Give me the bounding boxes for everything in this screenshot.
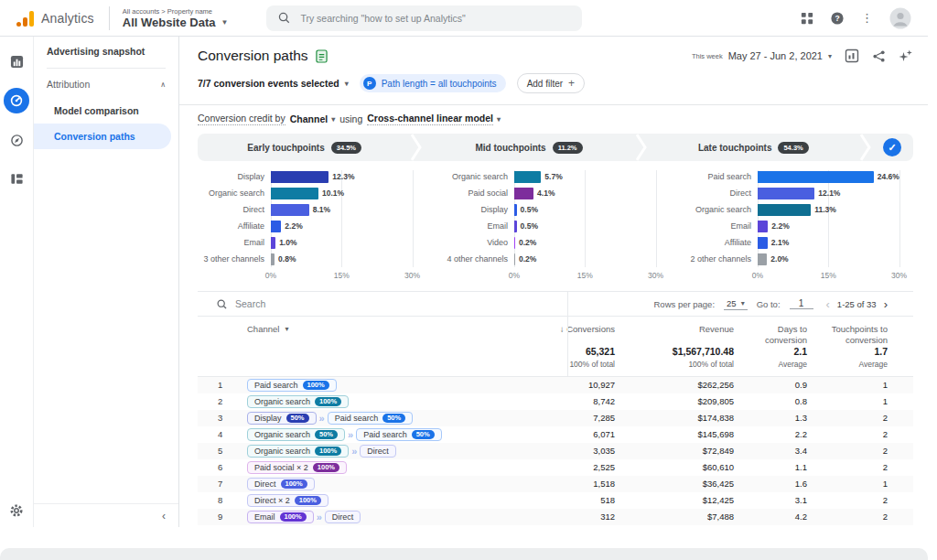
chart-bar xyxy=(758,204,811,216)
avatar[interactable] xyxy=(889,7,911,29)
chart-bar xyxy=(758,237,768,249)
cell-revenue: $12,425 xyxy=(615,495,734,505)
band-chevron-icon xyxy=(636,134,647,161)
chart-bar xyxy=(271,171,328,183)
chevron-down-icon: ▾ xyxy=(285,325,288,333)
cell-conversions: 6,071 xyxy=(523,429,615,439)
column-header-revenue[interactable]: Revenue xyxy=(615,324,734,335)
chevron-down-icon: ▼ xyxy=(221,18,228,27)
row-index: 1 xyxy=(216,380,247,390)
admin-gear-icon[interactable] xyxy=(9,503,24,518)
using-label: using xyxy=(339,113,362,124)
account-selector[interactable]: All accounts > Property name All Website… xyxy=(123,7,229,29)
more-options-icon[interactable]: ⋮ xyxy=(861,11,873,25)
cell-days: 0.9 xyxy=(734,380,807,390)
bar-row: 5.7% xyxy=(514,168,670,185)
global-search[interactable] xyxy=(266,5,582,31)
late-touchpoints-segment[interactable]: Late touchpoints 54.3% xyxy=(647,134,860,161)
bar-row: 2.1% xyxy=(758,234,913,251)
bar-row: 8.1% xyxy=(271,201,426,218)
x-axis-tick: 15% xyxy=(577,271,593,280)
global-search-input[interactable] xyxy=(300,13,571,24)
rows-per-page-select[interactable]: 25▾ xyxy=(724,297,748,310)
credit-percent-badge: 50% xyxy=(382,414,405,423)
nav-explore-icon[interactable] xyxy=(5,128,28,152)
conversion-events-selector[interactable]: 7/7 conversion events selected ▾ xyxy=(198,78,349,89)
table-search[interactable] xyxy=(216,298,545,310)
all-touchpoints-check-icon[interactable]: ✓ xyxy=(883,138,901,156)
dimension-dropdown[interactable]: Channel▾ xyxy=(290,113,335,124)
category-label: Organic search xyxy=(441,168,514,185)
sidebar-item-advertising-snapshot[interactable]: Advertising snapshot xyxy=(34,37,178,66)
channel-chip: Organic search100% xyxy=(247,445,349,458)
sidebar-item-model-comparison[interactable]: Model comparison xyxy=(34,98,178,124)
path-arrow-icon: » xyxy=(319,413,325,424)
channel-chip: Email100% xyxy=(247,511,314,523)
chart-category-labels: DisplayOrganic searchDirectAffiliateEmai… xyxy=(198,168,271,282)
insights-icon[interactable] xyxy=(899,48,913,63)
category-label: Email xyxy=(684,218,758,234)
nav-library-icon[interactable] xyxy=(5,167,28,190)
row-index: 4 xyxy=(216,429,247,439)
date-range-selector[interactable]: This week May 27 - Jun 2, 2021 ▾ xyxy=(692,50,832,61)
early-touchpoints-segment[interactable]: Early touchpoints 34.5% xyxy=(198,134,411,161)
column-header-channel[interactable]: Channel▾ xyxy=(247,324,523,334)
category-label: Display xyxy=(441,201,514,218)
sidebar-collapse-button[interactable]: ‹ xyxy=(34,503,178,527)
mid-share-badge: 11.2% xyxy=(553,142,583,154)
nav-advertising-icon[interactable] xyxy=(4,88,29,113)
conversion-paths-table: Rows per page: 25▾ Go to: ‹ 1-25 of 33 › xyxy=(198,291,913,525)
pagination-range: 1-25 of 33 xyxy=(837,299,877,309)
bar-value-label: 12.1% xyxy=(818,188,840,198)
x-axis-tick: 0% xyxy=(265,271,276,280)
chart-bar xyxy=(514,204,517,216)
date-preset-label: This week xyxy=(692,52,723,60)
chart-plot-area: 12.3%10.1%8.1%2.2%1.0%0.8%0%15%30% xyxy=(271,168,426,282)
cell-revenue: $145,698 xyxy=(615,429,734,439)
chevron-down-icon: ▾ xyxy=(345,80,349,88)
goto-page-input[interactable] xyxy=(790,298,813,309)
help-icon[interactable]: ? xyxy=(830,11,845,26)
column-header-days[interactable]: Days to conversion xyxy=(734,324,807,346)
previous-page-icon[interactable]: ‹ xyxy=(826,297,830,311)
nav-reports-icon[interactable] xyxy=(5,49,28,73)
account-breadcrumb: All accounts > Property name xyxy=(123,7,229,16)
share-icon[interactable] xyxy=(872,49,886,63)
chart-bar xyxy=(514,188,533,199)
column-header-touchpoints[interactable]: Touchpoints to conversion xyxy=(807,324,888,346)
google-analytics-logo-icon[interactable] xyxy=(16,10,34,27)
attribution-model-dropdown[interactable]: Cross-channel linear model▾ xyxy=(367,113,501,125)
window-bottom-strip xyxy=(0,548,928,560)
cell-conversions: 7,285 xyxy=(523,413,615,423)
chart-bar xyxy=(271,253,275,265)
column-header-conversions[interactable]: ↓ Conversions xyxy=(523,324,615,335)
channel-chip: Direct100% xyxy=(247,478,315,490)
chart-bar xyxy=(758,221,768,232)
chart-bar xyxy=(514,237,515,249)
conversion-paths-card: Conversion credit by Channel▾ using Cros… xyxy=(179,104,928,525)
report-doc-icon[interactable] xyxy=(316,49,328,63)
table-row: 6Paid social × 2100%2,525$60,6101.12 xyxy=(198,459,913,476)
bar-value-label: 0.2% xyxy=(519,238,536,247)
main-content: Conversion paths This week May 27 - Jun … xyxy=(179,37,928,527)
sidebar-section-attribution[interactable]: Attribution ∧ xyxy=(34,70,178,98)
add-filter-button[interactable]: Add filter + xyxy=(517,73,585,93)
report-card-icon[interactable] xyxy=(845,48,859,63)
summary-conversions: 65,321100% of total xyxy=(523,346,615,369)
brand-name: Analytics xyxy=(41,11,94,26)
chart-x-axis: 0%15%30% xyxy=(758,269,913,282)
sidebar-item-conversion-paths[interactable]: Conversion paths xyxy=(34,124,171,149)
next-page-icon[interactable]: › xyxy=(884,297,888,311)
collapse-chevron-icon: ‹ xyxy=(162,510,166,522)
category-label: Direct xyxy=(684,185,758,201)
table-search-input[interactable] xyxy=(235,298,418,309)
google-apps-icon[interactable] xyxy=(801,12,813,25)
sort-descending-icon: ↓ xyxy=(560,324,565,334)
credit-percent-badge: 50% xyxy=(315,430,338,439)
cell-touchpoints: 2 xyxy=(807,462,888,472)
x-axis-tick: 30% xyxy=(891,271,907,280)
credit-percent-badge: 50% xyxy=(286,414,309,423)
row-index: 8 xyxy=(216,495,247,505)
mid-touchpoints-segment[interactable]: Mid touchpoints 11.2% xyxy=(422,134,635,161)
path-length-filter-chip[interactable]: P Path length = all touchpoints xyxy=(360,74,506,92)
